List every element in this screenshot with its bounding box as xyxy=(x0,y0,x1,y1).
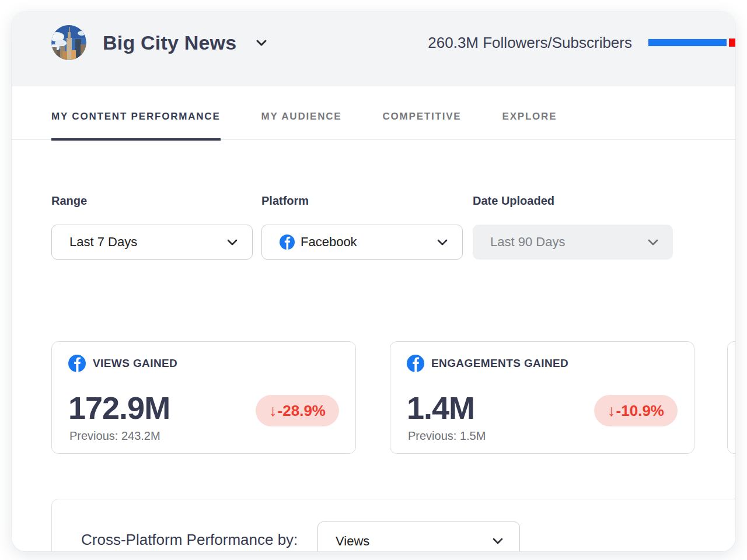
metric-card-engagements-gained: ENGAGEMENTS GAINED 1.4M ↓ -10.9% Previou… xyxy=(390,341,694,454)
chevron-down-icon xyxy=(493,538,503,544)
tab-explore[interactable]: EXPLORE xyxy=(502,111,557,139)
chevron-down-icon xyxy=(227,239,238,246)
metric-card-views-gained: VIEWS GAINED 172.9M ↓ -28.9% Previous: 2… xyxy=(51,341,356,454)
dashboard-window: Big City News 260.3M Followers/Subscribe… xyxy=(12,12,735,551)
cross-platform-label: Cross-Platform Performance by: xyxy=(81,531,298,549)
date-uploaded-select[interactable]: Last 90 Days xyxy=(473,225,673,260)
facebook-icon xyxy=(280,235,295,250)
change-badge: ↓ -10.9% xyxy=(594,395,678,426)
range-select-value: Last 7 Days xyxy=(69,235,137,250)
change-percent: -28.9% xyxy=(278,402,326,420)
followers-count: 260.3M Followers/Subscribers xyxy=(428,34,632,52)
metric-title: VIEWS GAINED xyxy=(93,357,177,370)
youtube-share-segment xyxy=(729,38,735,47)
header: Big City News 260.3M Followers/Subscribe… xyxy=(12,12,735,86)
tab-competitive[interactable]: COMPETITIVE xyxy=(382,111,461,139)
cross-platform-metric-value: Views xyxy=(336,534,369,549)
platform-distribution-bar xyxy=(648,38,735,47)
metric-value: 172.9M xyxy=(68,390,170,426)
platform-select-value: Facebook xyxy=(301,235,357,250)
facebook-icon xyxy=(407,355,424,372)
previous-value: Previous: 243.2M xyxy=(69,429,160,443)
chevron-down-icon xyxy=(256,40,267,46)
change-percent: -10.9% xyxy=(616,402,664,420)
facebook-share-segment xyxy=(648,38,727,47)
tab-my-audience[interactable]: MY AUDIENCE xyxy=(261,111,342,139)
followers-summary: 260.3M Followers/Subscribers xyxy=(428,12,735,74)
arrow-down-icon: ↓ xyxy=(269,402,277,420)
range-select[interactable]: Last 7 Days xyxy=(51,225,253,260)
date-uploaded-select-value: Last 90 Days xyxy=(490,235,565,250)
account-name: Big City News xyxy=(103,32,236,54)
main-tab-bar: MY CONTENT PERFORMANCE MY AUDIENCE COMPE… xyxy=(12,111,735,140)
chevron-down-icon xyxy=(437,239,448,246)
metric-value: 1.4M xyxy=(407,390,474,426)
date-uploaded-filter-label: Date Uploaded xyxy=(473,194,554,208)
city-skyline-image xyxy=(51,25,86,60)
cross-platform-panel: Cross-Platform Performance by: Views xyxy=(51,499,735,551)
chevron-down-icon xyxy=(648,239,658,246)
cross-platform-metric-select[interactable]: Views xyxy=(317,522,520,551)
metric-title: ENGAGEMENTS GAINED xyxy=(431,357,568,370)
metric-card-partial xyxy=(727,341,735,454)
platform-filter-label: Platform xyxy=(261,194,309,208)
arrow-down-icon: ↓ xyxy=(608,402,616,420)
platform-select[interactable]: Facebook xyxy=(261,225,463,260)
account-switcher[interactable]: Big City News xyxy=(103,12,267,74)
change-badge: ↓ -28.9% xyxy=(256,395,339,426)
range-filter-label: Range xyxy=(51,194,87,208)
tab-my-content-performance[interactable]: MY CONTENT PERFORMANCE xyxy=(51,111,221,141)
facebook-icon xyxy=(68,355,86,372)
account-avatar[interactable] xyxy=(51,25,86,60)
previous-value: Previous: 1.5M xyxy=(408,429,486,443)
